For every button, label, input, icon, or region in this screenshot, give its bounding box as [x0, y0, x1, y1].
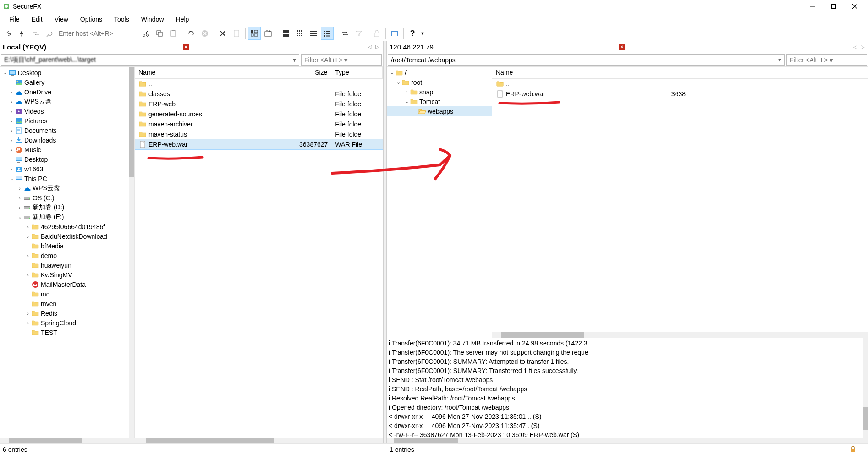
menu-edit[interactable]: Edit	[26, 14, 48, 25]
file-row[interactable]: ..	[135, 79, 383, 89]
expand-icon[interactable]: ›	[8, 147, 15, 153]
remote-filelist[interactable]: Name..ERP-web.war3638	[492, 67, 868, 332]
tree-item[interactable]: ›demo	[0, 251, 134, 260]
tree-item[interactable]: ›BaiduNetdiskDownload	[0, 231, 134, 241]
dropdown-icon[interactable]: ▼	[777, 57, 782, 63]
expand-icon[interactable]: ›	[25, 224, 31, 230]
dropdown-icon[interactable]: ▼	[292, 57, 297, 63]
delete-icon[interactable]	[216, 27, 229, 40]
file-row[interactable]: maven-statusFile folde	[135, 129, 383, 139]
tree-item[interactable]: ›Documents	[0, 126, 134, 135]
nav-back-icon[interactable]: ◁	[852, 44, 858, 50]
nav-forward-icon[interactable]: ▷	[374, 44, 380, 50]
link-icon[interactable]	[2, 27, 15, 40]
expand-icon[interactable]: ›	[8, 137, 15, 143]
expand-icon[interactable]: ›	[8, 109, 15, 114]
newfile-icon[interactable]	[230, 27, 243, 40]
tree-item[interactable]: ⌄/	[387, 68, 492, 77]
tree-item[interactable]: ›WPS云盘	[0, 183, 134, 193]
tree-item[interactable]: ⌄root	[387, 77, 492, 87]
properties-icon[interactable]	[388, 27, 401, 40]
column-header[interactable]: Type	[331, 67, 383, 78]
tree-item[interactable]: MailMasterData	[0, 280, 134, 289]
tree-item[interactable]: ›46295f06664d019486f	[0, 222, 134, 231]
details-icon[interactable]	[321, 27, 334, 40]
tree-item[interactable]: ›w1663	[0, 164, 134, 174]
tree-item[interactable]: mven	[0, 299, 134, 308]
maximize-button[interactable]	[823, 0, 844, 13]
tree-item[interactable]: ›WPS云盘	[0, 97, 134, 106]
tree-item[interactable]: ›KwSingMV	[0, 270, 134, 280]
expand-icon[interactable]: ›	[16, 186, 23, 191]
expand-icon[interactable]: ›	[8, 99, 15, 104]
tree-item[interactable]: bfMedia	[0, 241, 134, 251]
tree-item[interactable]: ⌄Desktop	[0, 68, 134, 77]
expand-icon[interactable]: ›	[25, 253, 31, 258]
tree-item[interactable]: ⌄This PC	[0, 174, 134, 183]
tree-item[interactable]: webapps	[387, 106, 492, 116]
minimize-button[interactable]	[802, 0, 823, 13]
expand-icon[interactable]: ⌄	[16, 214, 23, 220]
expand-icon[interactable]: ⌄	[2, 70, 8, 76]
local-filelist[interactable]: NameSizeType..classesFile foldeERP-webFi…	[135, 67, 383, 438]
newfolder-icon[interactable]	[262, 27, 275, 40]
tree-item[interactable]: ›OS (C:)	[0, 193, 134, 203]
remote-path-input[interactable]: /root/Tomcat /webapps ▼	[388, 54, 785, 66]
paste-icon[interactable]	[167, 27, 180, 40]
dropdown-icon[interactable]: ▼	[343, 56, 349, 64]
lock-icon[interactable]	[370, 27, 383, 40]
remote-files-hscroll[interactable]	[492, 332, 868, 338]
tree-item[interactable]: ›Videos	[0, 106, 134, 116]
reconnect-icon[interactable]	[30, 27, 43, 40]
tree-item[interactable]: ›新加卷 (D:)	[0, 203, 134, 212]
tree-scrollbar[interactable]	[129, 67, 134, 438]
expand-icon[interactable]: ⌄	[8, 175, 15, 181]
menu-help[interactable]: Help	[170, 14, 195, 25]
tree-item[interactable]: Gallery	[0, 77, 134, 87]
tree-item[interactable]: ›OneDrive	[0, 87, 134, 97]
menu-view[interactable]: View	[49, 14, 74, 25]
close-button[interactable]	[844, 0, 865, 13]
remote-log[interactable]: i Transfer(6F0C0001): 34.71 MB transferr…	[387, 338, 868, 438]
local-tree[interactable]: ⌄DesktopGallery›OneDrive›WPS云盘›Videos›Pi…	[0, 67, 135, 438]
local-pane-close[interactable]: ×	[183, 44, 189, 50]
file-row[interactable]: ERP-web.war3638	[492, 89, 868, 99]
tree-item[interactable]: ›snap	[387, 87, 492, 97]
cut-icon[interactable]	[139, 27, 152, 40]
expand-icon[interactable]: ›	[8, 128, 15, 133]
expand-icon[interactable]: ›	[8, 89, 15, 95]
refresh-icon[interactable]	[185, 27, 198, 40]
column-header[interactable]	[599, 67, 689, 78]
menu-options[interactable]: Options	[75, 14, 108, 25]
tree-item[interactable]: ⌄新加卷 (E:)	[0, 212, 134, 222]
menu-tools[interactable]: Tools	[109, 14, 135, 25]
help-icon[interactable]: ?	[406, 27, 419, 40]
expand-icon[interactable]: ›	[403, 89, 410, 95]
column-header[interactable]: Name	[135, 67, 233, 78]
filter-icon[interactable]	[352, 27, 365, 40]
help-dropdown-icon[interactable]: ▼	[420, 27, 425, 40]
expand-icon[interactable]: ›	[25, 320, 31, 326]
disconnect-icon[interactable]	[44, 27, 56, 40]
tree-item[interactable]: mq	[0, 289, 134, 299]
expand-icon[interactable]: ›	[25, 311, 31, 316]
tree-item[interactable]: ›Redis	[0, 308, 134, 318]
host-input[interactable]	[57, 28, 135, 39]
copy-icon[interactable]	[153, 27, 166, 40]
expand-icon[interactable]: ›	[16, 205, 23, 210]
list-icon[interactable]	[307, 27, 320, 40]
file-row[interactable]: maven-archiverFile folde	[135, 119, 383, 129]
remote-log-hscroll[interactable]	[387, 438, 868, 443]
expand-icon[interactable]: ⌄	[403, 99, 410, 104]
sync-icon[interactable]	[339, 27, 352, 40]
remote-filter-input[interactable]: Filter <Alt+L> ▼	[786, 54, 867, 66]
tree-item[interactable]: huaweiyun	[0, 260, 134, 270]
stop-icon[interactable]	[198, 27, 211, 40]
large-icons-icon[interactable]	[280, 27, 292, 40]
file-row[interactable]: ERP-web.war36387627WAR File	[135, 139, 383, 149]
local-hscroll[interactable]	[0, 438, 383, 443]
remote-pane-close[interactable]: ×	[619, 44, 625, 50]
nav-back-icon[interactable]: ◁	[367, 44, 373, 50]
quickconnect-icon[interactable]	[16, 27, 29, 40]
file-row[interactable]: generated-sourcesFile folde	[135, 109, 383, 119]
